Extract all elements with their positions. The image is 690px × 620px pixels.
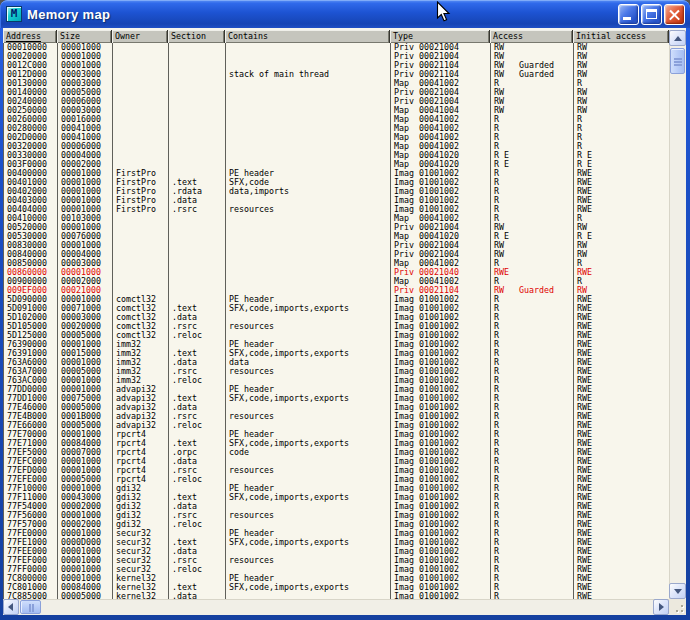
table-row[interactable]: 0012D00000003000stack of main threadPriv… xyxy=(4,70,670,79)
table-row[interactable]: 77F5700000002000gdi32.relocImag 01001002… xyxy=(4,520,670,529)
table-row[interactable]: 0024000000006000Priv 00021004RWRW xyxy=(4,97,670,106)
table-row[interactable]: 7C80100000084000kernel32.textSFX,code,im… xyxy=(4,583,670,592)
table-row[interactable]: 77FEF00000001000secur32.rsrcresourcesIma… xyxy=(4,556,670,565)
table-row[interactable]: 0083000000001000Priv 00021004RWRW xyxy=(4,241,670,250)
table-row[interactable]: 77F1100000043000gdi32.textSFX,code,impor… xyxy=(4,493,670,502)
cell-size: 00005000 xyxy=(58,592,113,599)
table-row[interactable]: 002D000000041000Map 00041002RR xyxy=(4,133,670,142)
table-row[interactable]: 0014000000005000Priv 00021004RWRW xyxy=(4,88,670,97)
table-row[interactable]: 0084000000004000Priv 00021004RWRW xyxy=(4,250,670,259)
column-header-owner[interactable]: Owner xyxy=(112,30,168,43)
table-row[interactable]: 0025000000003000Map 00041004RWRW xyxy=(4,106,670,115)
cell-section: .reloc xyxy=(169,331,226,340)
table-row[interactable]: 0052000000001000Priv 00021004RWRW xyxy=(4,223,670,232)
column-header-access[interactable]: Access xyxy=(490,30,573,43)
table-row[interactable]: 7C88500000005000kernel32.dataImag 010010… xyxy=(4,592,670,599)
table-row[interactable]: 77FF000000001000secur32.relocImag 010010… xyxy=(4,565,670,574)
table-row[interactable]: 7C80000000001000kernel32PE headerImag 01… xyxy=(4,574,670,583)
table-row[interactable]: 0040200000001000FirstPro.rdatadata,impor… xyxy=(4,187,670,196)
resize-grip[interactable] xyxy=(669,599,686,615)
table-row[interactable]: 763A700000005000imm32.rsrcresourcesImag … xyxy=(4,367,670,376)
table-row[interactable]: 77EF500000007000rpcrt4.orpccodeImag 0100… xyxy=(4,448,670,457)
cell-address: 77E66000 xyxy=(4,421,58,430)
memory-map-icon: M xyxy=(6,6,22,22)
table-row[interactable]: 77FE10000000D000secur32.textSFX,code,imp… xyxy=(4,538,670,547)
cell-address: 00280000 xyxy=(4,124,58,133)
table-row[interactable]: 77DD000000001000advapi32PE headerImag 01… xyxy=(4,385,670,394)
table-row[interactable]: 0032000000006000Map 00041002RR xyxy=(4,142,670,151)
horizontal-scrollbar-thumb[interactable] xyxy=(20,600,41,614)
cell-access: R xyxy=(491,511,574,520)
table-row[interactable]: 0033000000004000Map 00041020R ER E xyxy=(4,151,670,160)
table-row[interactable]: 77F5400000002000gdi32.dataImag 01001002R… xyxy=(4,502,670,511)
column-header-type[interactable]: Type xyxy=(390,30,490,43)
table-row[interactable]: 0086000000001000Priv 00021040RWERWE xyxy=(4,268,670,277)
cell-address: 009EF000 xyxy=(4,286,58,295)
cell-section xyxy=(169,151,226,160)
minimize-button[interactable] xyxy=(618,4,639,25)
horizontal-scrollbar[interactable] xyxy=(3,599,669,615)
table-row[interactable]: 5D09000000001000comctl32PE headerImag 01… xyxy=(4,295,670,304)
table-row[interactable]: 7639000000001000imm32PE headerImag 01001… xyxy=(4,340,670,349)
column-header-contains[interactable]: Contains xyxy=(225,30,390,43)
table-row[interactable]: 0012C00000001000Priv 00021104RW GuardedR… xyxy=(4,61,670,70)
table-row[interactable]: 77E7000000001000rpcrt4PE headerImag 0100… xyxy=(4,430,670,439)
table-row[interactable]: 0040100000001000FirstPro.textSFX,codeIma… xyxy=(4,178,670,187)
table-row[interactable]: 77DD100000075000advapi32.textSFX,code,im… xyxy=(4,394,670,403)
table-row[interactable]: 77EFE00000005000rpcrt4.relocImag 0100100… xyxy=(4,475,670,484)
table-row[interactable]: 0001000000001000Priv 00021004RWRW xyxy=(4,43,670,52)
table-row[interactable]: 0040400000001000FirstPro.rsrcresourcesIm… xyxy=(4,205,670,214)
table-row[interactable]: 0040000000001000FirstProPE headerImag 01… xyxy=(4,169,670,178)
scroll-up-button[interactable] xyxy=(669,30,686,46)
scroll-left-button[interactable] xyxy=(3,599,19,615)
table-row[interactable]: 0028000000041000Map 00041002RR xyxy=(4,124,670,133)
cell-section: .rdata xyxy=(169,187,226,196)
maximize-button[interactable] xyxy=(641,4,662,25)
cell-type: Imag 01001002 xyxy=(391,511,491,520)
column-header-size[interactable]: Size xyxy=(57,30,112,43)
table-row[interactable]: 003F000000002000Map 00041020R ER E xyxy=(4,160,670,169)
table-row[interactable]: 77E6600000005000advapi32.relocImag 01001… xyxy=(4,421,670,430)
vertical-scrollbar-thumb[interactable] xyxy=(670,48,685,74)
table-row[interactable]: 77FE000000001000secur32PE headerImag 010… xyxy=(4,529,670,538)
table-row[interactable]: 0002000000001000Priv 00021004RWRW xyxy=(4,52,670,61)
cell-contains: PE header xyxy=(226,484,391,493)
table-row[interactable]: 7639100000015000imm32.textSFX,code,impor… xyxy=(4,349,670,358)
table-row[interactable]: 77E4600000005000advapi32.dataImag 010010… xyxy=(4,403,670,412)
cell-access: R xyxy=(491,520,574,529)
cell-access: RW xyxy=(491,241,574,250)
table-row[interactable]: 0026000000016000Map 00041002RR xyxy=(4,115,670,124)
table-row[interactable]: 77EFD00000001000rpcrt4.rsrcresourcesImag… xyxy=(4,466,670,475)
table-row[interactable]: 0053000000076000Map 00041020R ER E xyxy=(4,232,670,241)
table-row[interactable]: 0041000000103000Map 00041002RR xyxy=(4,214,670,223)
table-row[interactable]: 77F1000000001000gdi32PE headerImag 01001… xyxy=(4,484,670,493)
cell-size: 00001000 xyxy=(58,547,113,556)
cell-access: R xyxy=(491,457,574,466)
cell-size: 00084000 xyxy=(58,439,113,448)
column-header-section[interactable]: Section xyxy=(168,30,225,43)
table-row[interactable]: 77E4B0000001B000advapi32.rsrcresourcesIm… xyxy=(4,412,670,421)
table-row[interactable]: 763AC00000001000imm32.relocImag 01001002… xyxy=(4,376,670,385)
table-row[interactable]: 77E7100000084000rpcrt4.textSFX,code,impo… xyxy=(4,439,670,448)
table-row[interactable]: 0040300000001000FirstPro.dataImag 010010… xyxy=(4,196,670,205)
vertical-scrollbar[interactable] xyxy=(669,30,686,599)
table-row[interactable]: 77EFC00000001000rpcrt4.dataImag 01001002… xyxy=(4,457,670,466)
close-button[interactable] xyxy=(664,4,685,25)
scroll-right-button[interactable] xyxy=(653,599,669,615)
table-row[interactable]: 0090000000002000Map 00041002RR xyxy=(4,277,670,286)
table-row[interactable]: 763A600000001000imm32.datadataImag 01001… xyxy=(4,358,670,367)
table-row[interactable]: 5D09100000071000comctl32.textSFX,code,im… xyxy=(4,304,670,313)
cell-type: Imag 01001002 xyxy=(391,313,491,322)
scroll-down-button[interactable] xyxy=(669,583,686,599)
table-row[interactable]: 77FEE00000001000secur32.dataImag 0100100… xyxy=(4,547,670,556)
table-row[interactable]: 5D10500000020000comctl32.rsrcresourcesIm… xyxy=(4,322,670,331)
title-bar[interactable]: M Memory map xyxy=(0,0,690,28)
table-row[interactable]: 0013000000003000Map 00041002RR xyxy=(4,79,670,88)
table-row[interactable]: 77F5600000001000gdi32.rsrcresourcesImag … xyxy=(4,511,670,520)
table-row[interactable]: 5D12500000005000comctl32.relocImag 01001… xyxy=(4,331,670,340)
table-row[interactable]: 009EF00000021000Priv 00021104RW GuardedR… xyxy=(4,286,670,295)
table-row[interactable]: 0085000000003000Map 00041002RR xyxy=(4,259,670,268)
column-header-initial-access[interactable]: Initial access xyxy=(573,30,669,43)
column-header-address[interactable]: Address xyxy=(3,30,57,43)
table-row[interactable]: 5D10200000003000comctl32.dataImag 010010… xyxy=(4,313,670,322)
